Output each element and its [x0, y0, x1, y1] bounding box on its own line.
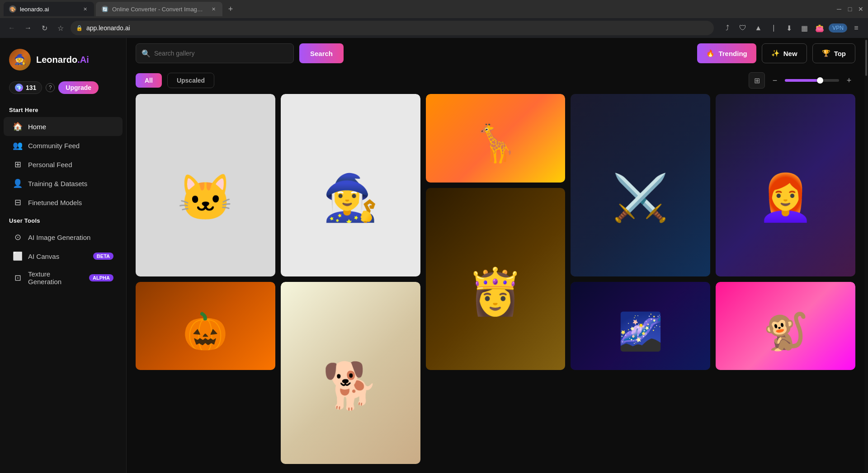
sidebar-item-ai-image[interactable]: ⊙ AI Image Generation: [4, 228, 123, 247]
search-input[interactable]: [154, 50, 288, 57]
card-action-expand-9[interactable]: ⤢: [694, 286, 707, 298]
tab-favicon-1: 🎨: [9, 5, 16, 13]
scrollbar[interactable]: [864, 38, 868, 473]
card-action-expand-4[interactable]: ⤢: [694, 98, 707, 110]
gallery-card-redhead[interactable]: 👩‍🦰 ⊞ ✏ ⤢: [716, 94, 855, 276]
card-action-grid-10[interactable]: ⊞: [808, 286, 821, 298]
sidebar-toggle-icon[interactable]: ▦: [798, 22, 811, 34]
card-action-grid-5[interactable]: ⊞: [808, 98, 821, 110]
alpha-badge: ALPHA: [89, 274, 113, 281]
tab-favicon-2: 🔄: [101, 5, 108, 13]
gallery-card-giraffe[interactable]: 🦒 ⊞ ✏ ⤢: [426, 94, 566, 183]
card-action-edit-8[interactable]: ✏: [389, 286, 401, 298]
sidebar-item-texture-label: Texture Generation: [28, 270, 84, 286]
community-icon: 👥: [13, 140, 23, 150]
grid-view-button[interactable]: ⊞: [749, 72, 765, 89]
sidebar-item-community-feed[interactable]: 👥 Community Feed: [4, 136, 123, 155]
card-action-expand-1[interactable]: ⤢: [259, 98, 272, 110]
gallery-card-monkey[interactable]: 🐒 ⊞ ✏ ⤢: [716, 282, 855, 370]
maximize-button[interactable]: □: [846, 5, 854, 13]
zoom-plus-button[interactable]: +: [843, 74, 855, 87]
card-action-grid-8[interactable]: ⊞: [373, 286, 386, 298]
brave-rewards-icon[interactable]: ▲: [752, 22, 764, 34]
card-action-grid-7[interactable]: ⊞: [228, 286, 241, 298]
tab-bar: 🎨 leonardo.ai ✕ 🔄 Online Converter - Con…: [0, 0, 868, 18]
share-icon[interactable]: ⤴: [721, 22, 734, 34]
gallery-card-witch[interactable]: 🧙‍♀️ ⊞ ✏ ⤢: [281, 94, 420, 276]
tab-converter[interactable]: 🔄 Online Converter - Convert Image, Vi..…: [96, 2, 222, 16]
gallery-card-pumpkins[interactable]: 🎃 ⊞ ✏ ⤢: [136, 282, 275, 370]
card-action-grid-2[interactable]: ⊞: [373, 98, 386, 110]
card-action-expand-5[interactable]: ⤢: [839, 98, 852, 110]
new-button[interactable]: ✨ New: [762, 43, 807, 63]
back-button[interactable]: ←: [5, 22, 18, 34]
main-content: 🔍 Search 🔥 Trending ✨ New 🏆 Top All Upsc…: [127, 38, 864, 473]
filter-upscaled-button[interactable]: Upscaled: [167, 73, 214, 88]
brave-shield-icon[interactable]: 🛡: [736, 22, 749, 34]
toolbar-actions: ⤴ 🛡 ▲ | ⬇ ▦ 👛 VPN ≡: [721, 22, 863, 34]
zoom-slider[interactable]: [785, 79, 839, 82]
gallery-card-armor[interactable]: ⚔️ ⊞ ✏ ⤢: [571, 94, 710, 276]
card-action-expand-8[interactable]: ⤢: [404, 286, 417, 298]
close-window-button[interactable]: ✕: [857, 5, 864, 13]
vpn-badge[interactable]: VPN: [829, 23, 847, 33]
card-action-expand-3[interactable]: ⤢: [549, 98, 561, 110]
card-action-edit-3[interactable]: ✏: [533, 98, 546, 110]
lock-icon: 🔒: [76, 25, 83, 31]
tab-title-1: leonardo.ai: [20, 6, 78, 13]
card-action-edit-4[interactable]: ✏: [679, 98, 691, 110]
card-action-edit-9[interactable]: ✏: [679, 286, 691, 298]
window-controls: ─ □ ✕: [835, 5, 864, 13]
card-action-grid-1[interactable]: ⊞: [228, 98, 241, 110]
card-action-expand-2[interactable]: ⤢: [404, 98, 417, 110]
card-action-expand-7[interactable]: ⤢: [259, 286, 272, 298]
card-action-edit-2[interactable]: ✏: [389, 98, 401, 110]
card-action-edit-1[interactable]: ✏: [244, 98, 256, 110]
download-icon[interactable]: ⬇: [783, 22, 795, 34]
card-action-edit-5[interactable]: ✏: [824, 98, 836, 110]
help-icon[interactable]: ?: [46, 83, 55, 92]
sidebar-item-texture[interactable]: ⊡ Texture Generation ALPHA: [4, 266, 123, 290]
forward-button[interactable]: →: [22, 22, 34, 34]
card-action-edit-10[interactable]: ✏: [824, 286, 836, 298]
top-button[interactable]: 🏆 Top: [812, 43, 855, 63]
sidebar-item-training[interactable]: 👤 Training & Datasets: [4, 174, 123, 193]
card-action-edit-6[interactable]: ✏: [533, 192, 546, 204]
address-bar[interactable]: 🔒 app.leonardo.ai: [71, 21, 714, 35]
card-action-grid-6[interactable]: ⊞: [518, 192, 531, 204]
gallery-card-warrior[interactable]: 👸 ⊞ ✏ ⤢: [426, 188, 566, 370]
tab-leonardo[interactable]: 🎨 leonardo.ai ✕: [4, 2, 94, 16]
sidebar-item-finetuned[interactable]: ⊟ Finetuned Models: [4, 193, 123, 212]
card-actions-top-1: ⊞ ✏ ⤢: [139, 98, 272, 110]
credits-row: 💎 131 ? Upgrade: [0, 80, 126, 101]
card-action-expand-6[interactable]: ⤢: [549, 192, 561, 204]
card-action-edit-7[interactable]: ✏: [244, 286, 256, 298]
zoom-minus-button[interactable]: −: [769, 74, 781, 87]
card-action-grid-9[interactable]: ⊞: [663, 286, 676, 298]
minimize-button[interactable]: ─: [835, 5, 843, 13]
tab-close-1[interactable]: ✕: [81, 5, 89, 13]
card-action-expand-10[interactable]: ⤢: [839, 286, 852, 298]
gallery-card-cat[interactable]: 🐱 ⊞ ✏ ⤢: [136, 94, 275, 276]
trending-button[interactable]: 🔥 Trending: [697, 43, 756, 63]
menu-icon[interactable]: ≡: [850, 22, 863, 34]
card-action-grid-4[interactable]: ⊞: [663, 98, 676, 110]
search-button[interactable]: Search: [299, 43, 344, 63]
reload-button[interactable]: ↻: [38, 22, 51, 34]
bookmark-button[interactable]: ☆: [54, 22, 67, 34]
upgrade-button[interactable]: Upgrade: [58, 81, 99, 94]
new-tab-button[interactable]: +: [224, 3, 237, 15]
gallery-card-chihuahua[interactable]: 🐕 ⊞ ✏ ⤢: [281, 282, 420, 464]
sidebar-item-training-label: Training & Datasets: [28, 180, 87, 187]
sidebar-item-ai-canvas[interactable]: ⬜ AI Canvas BETA: [4, 247, 123, 266]
training-icon: 👤: [13, 178, 23, 188]
card-actions-top-4: ⊞ ✏ ⤢: [574, 98, 707, 110]
sidebar-item-personal-feed[interactable]: ⊞ Personal Feed: [4, 155, 123, 174]
card-action-grid-3[interactable]: ⊞: [518, 98, 531, 110]
tab-close-2[interactable]: ✕: [210, 5, 217, 13]
filter-all-button[interactable]: All: [136, 73, 162, 88]
wallet-icon[interactable]: 👛: [813, 22, 826, 34]
sidebar-item-home[interactable]: 🏠 Home: [4, 117, 123, 136]
scrollbar-thumb[interactable]: [865, 40, 867, 76]
gallery-card-fantasy[interactable]: 🌌 ⊞ ✏ ⤢: [571, 282, 710, 370]
